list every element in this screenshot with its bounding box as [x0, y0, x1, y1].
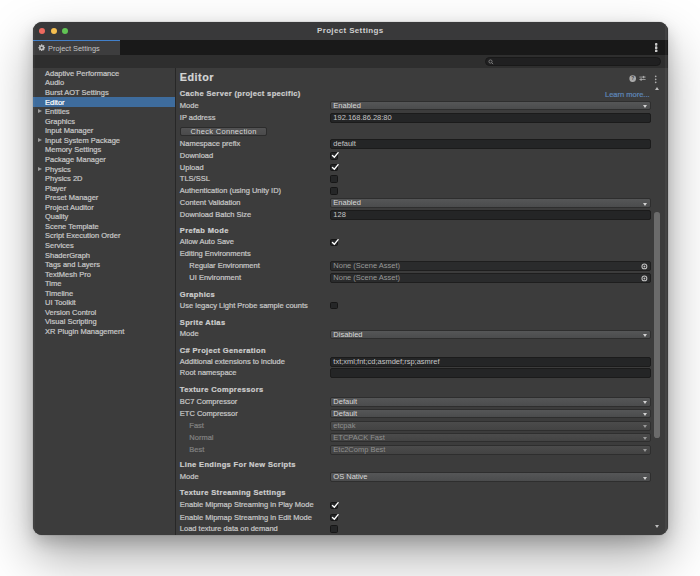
svg-text:?: ?: [631, 76, 634, 81]
